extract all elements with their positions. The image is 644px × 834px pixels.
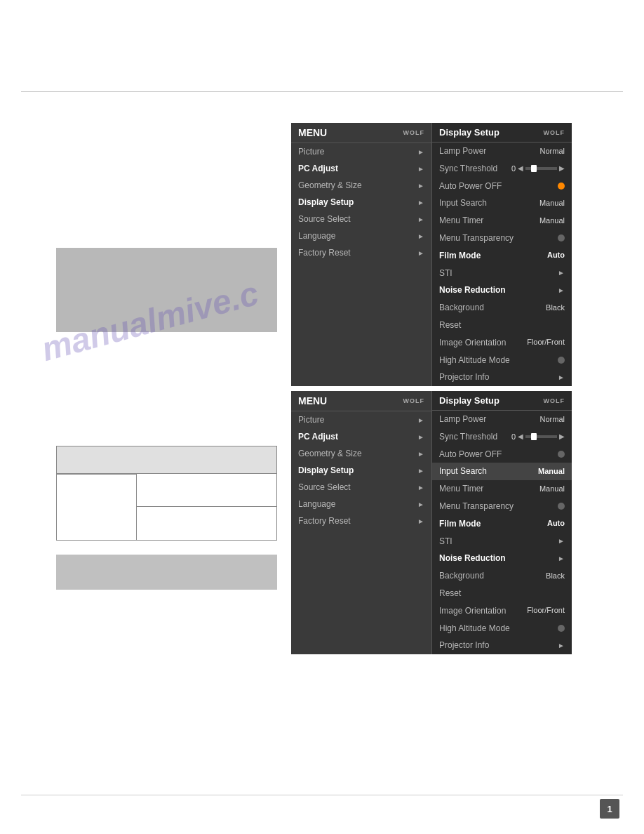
sub1-image-orientation[interactable]: Image Orientation Floor/Front <box>432 334 572 352</box>
menu1-item-displaysetup-arrow: ► <box>417 199 424 206</box>
menu2-item-geometry-label: Geometry & Size <box>298 449 362 458</box>
sub1-film-mode[interactable]: Film Mode Auto <box>432 247 572 265</box>
menu1-item-geometry-label: Geometry & Size <box>298 180 362 190</box>
sub1-projector-info[interactable]: Projector Info ► <box>432 369 572 386</box>
menu2-item-picture[interactable]: Picture ► <box>291 411 431 428</box>
sub2-film-mode-value: Auto <box>547 518 565 529</box>
sub1-input-search-value: Manual <box>539 198 565 208</box>
sub2-input-search-label: Input Search <box>439 465 487 477</box>
sub2-menu-timer-label: Menu Timer <box>439 483 483 495</box>
menu1-item-geometry-arrow: ► <box>417 182 424 190</box>
sub1-auto-power-off-dot <box>558 183 565 190</box>
sub2-background-value: Black <box>546 571 565 581</box>
menu2-item-displaysetup[interactable]: Display Setup ► <box>291 462 431 479</box>
sub1-lamp-power-label: Lamp Power <box>439 145 486 157</box>
sub2-auto-power-off[interactable]: Auto Power OFF <box>432 446 572 463</box>
sub2-background-label: Background <box>439 570 484 582</box>
menu1-item-picture[interactable]: Picture ► <box>291 143 431 160</box>
sub1-projector-info-arrow: ► <box>558 373 565 383</box>
sub2-input-search-value: Manual <box>538 466 565 477</box>
sub1-menu-transparency[interactable]: Menu Transparency <box>432 230 572 247</box>
main-menu-1-title: MENU <box>298 127 327 138</box>
sub2-image-orientation[interactable]: Image Orientation Floor/Front <box>432 602 572 620</box>
sub2-high-altitude-dot <box>558 625 565 632</box>
sub2-noise-reduction-label: Noise Reduction <box>439 552 506 564</box>
sub2-lamp-power[interactable]: Lamp Power Normal <box>432 411 572 428</box>
sub-menu-2-logo: WOLF <box>544 397 565 404</box>
sub1-sti[interactable]: STI ► <box>432 265 572 282</box>
sub1-background-value: Black <box>546 303 565 313</box>
sub1-menu-timer-value: Manual <box>539 216 565 226</box>
sub2-sync-threshold[interactable]: Sync Threshold 0 ◀ ▶ <box>432 428 572 446</box>
sub1-noise-reduction[interactable]: Noise Reduction ► <box>432 282 572 299</box>
sub1-sti-label: STI <box>439 267 452 279</box>
sub2-menu-transparency-label: Menu Transparency <box>439 501 514 512</box>
menu2-item-factoryreset[interactable]: Factory Reset ► <box>291 512 431 529</box>
sub2-image-orientation-value: Floor/Front <box>527 605 565 616</box>
sub1-sync-threshold[interactable]: Sync Threshold 0 ◀ ▶ <box>432 160 572 178</box>
menu2-item-sourceselect[interactable]: Source Select ► <box>291 479 431 496</box>
sub2-image-orientation-label: Image Orientation <box>439 605 506 617</box>
bottom-divider <box>21 795 623 795</box>
menu-group-1: MENU WOLF Picture ► PC Adjust ► Geometry… <box>291 123 572 386</box>
main-menu-2-logo: WOLF <box>403 397 425 404</box>
sub2-high-altitude[interactable]: High Altitude Mode <box>432 620 572 637</box>
sub1-auto-power-off[interactable]: Auto Power OFF <box>432 178 572 195</box>
sub-menu-1-logo: WOLF <box>544 129 565 136</box>
top-divider <box>21 91 623 92</box>
menu2-item-geometry[interactable]: Geometry & Size ► <box>291 445 431 462</box>
menu1-item-language[interactable]: Language ► <box>291 227 431 244</box>
sub1-background-label: Background <box>439 302 484 314</box>
image-placeholder-2-right-bottom <box>137 507 277 541</box>
sub2-reset[interactable]: Reset <box>432 585 572 602</box>
sub2-projector-info-arrow: ► <box>558 641 565 651</box>
menu1-item-picture-arrow: ► <box>417 148 424 156</box>
main-menu-1-logo: WOLF <box>403 129 425 136</box>
sub1-reset[interactable]: Reset <box>432 317 572 334</box>
menu2-item-sourceselect-label: Source Select <box>298 482 351 492</box>
menu1-item-geometry[interactable]: Geometry & Size ► <box>291 177 431 194</box>
menu2-item-geometry-arrow: ► <box>417 450 424 458</box>
menu2-item-language-arrow: ► <box>417 501 424 508</box>
sub1-lamp-power[interactable]: Lamp Power Normal <box>432 143 572 160</box>
sub1-menu-transparency-dot <box>558 234 565 241</box>
sub2-input-search[interactable]: Input Search Manual <box>432 463 572 480</box>
sub1-high-altitude-dot <box>558 357 565 364</box>
sub1-sti-arrow: ► <box>558 268 565 278</box>
sub2-sti[interactable]: STI ► <box>432 533 572 550</box>
menu2-item-displaysetup-arrow: ► <box>417 467 424 475</box>
sub2-background[interactable]: Background Black <box>432 567 572 585</box>
sub2-lamp-power-label: Lamp Power <box>439 413 486 425</box>
sub1-noise-reduction-label: Noise Reduction <box>439 284 506 296</box>
sub2-menu-timer[interactable]: Menu Timer Manual <box>432 480 572 498</box>
menu2-item-pcadjust[interactable]: PC Adjust ► <box>291 428 431 445</box>
sub-menu-1-header: Display Setup WOLF <box>432 123 572 143</box>
sub1-image-orientation-label: Image Orientation <box>439 337 506 349</box>
sub2-noise-reduction[interactable]: Noise Reduction ► <box>432 550 572 567</box>
sub1-background[interactable]: Background Black <box>432 299 572 317</box>
menu1-item-factoryreset[interactable]: Factory Reset ► <box>291 244 431 261</box>
sub-menu-1: Display Setup WOLF Lamp Power Normal Syn… <box>431 123 572 386</box>
sub1-film-mode-value: Auto <box>547 250 565 260</box>
sub1-menu-timer[interactable]: Menu Timer Manual <box>432 212 572 230</box>
sub2-auto-power-off-dot <box>558 451 565 458</box>
sub1-auto-power-off-label: Auto Power OFF <box>439 180 502 192</box>
main-menu-2-title: MENU <box>298 395 327 406</box>
menu1-item-displaysetup[interactable]: Display Setup ► <box>291 194 431 211</box>
sub2-film-mode[interactable]: Film Mode Auto <box>432 515 572 533</box>
sub1-high-altitude[interactable]: High Altitude Mode <box>432 352 572 369</box>
main-menu-1: MENU WOLF Picture ► PC Adjust ► Geometry… <box>291 123 431 386</box>
image-placeholder-1 <box>56 248 277 332</box>
sub2-menu-transparency[interactable]: Menu Transparency <box>432 498 572 515</box>
sub2-projector-info[interactable]: Projector Info ► <box>432 637 572 654</box>
menu1-item-displaysetup-label: Display Setup <box>298 197 354 207</box>
menu2-item-language[interactable]: Language ► <box>291 496 431 512</box>
sub2-lamp-power-value: Normal <box>540 414 565 425</box>
menu2-item-factoryreset-arrow: ► <box>417 517 424 525</box>
menu1-item-language-label: Language <box>298 231 335 241</box>
sub1-input-search[interactable]: Input Search Manual <box>432 194 572 212</box>
sub-menu-2-header: Display Setup WOLF <box>432 391 572 411</box>
menu2-item-sourceselect-arrow: ► <box>417 484 424 491</box>
menu1-item-pcadjust[interactable]: PC Adjust ► <box>291 160 431 177</box>
menu1-item-sourceselect[interactable]: Source Select ► <box>291 211 431 227</box>
